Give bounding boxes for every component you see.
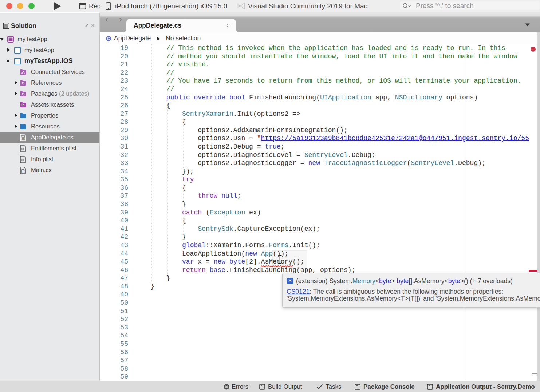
svg-text:C: C [107,36,110,41]
svg-text:{}: {} [21,136,25,140]
svg-text:{}: {} [21,169,25,173]
